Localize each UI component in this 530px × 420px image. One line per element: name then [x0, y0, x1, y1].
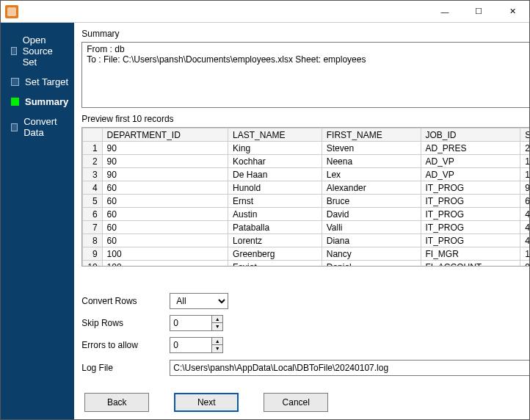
column-header[interactable]: FIRST_NAME [322, 128, 421, 142]
cell[interactable]: 4800 [520, 208, 530, 221]
cell[interactable]: Bruce [322, 195, 421, 208]
table-row[interactable]: 190KingStevenAD_PRES24000SKINGnull [83, 142, 530, 155]
errors-input[interactable] [170, 337, 212, 353]
rownum-cell: 7 [83, 221, 102, 234]
step-indicator-icon [11, 78, 19, 86]
step-convert-data[interactable]: Convert Data [1, 112, 74, 142]
errors-spinner[interactable]: ▲▼ [212, 337, 223, 353]
back-button[interactable]: Back [84, 393, 149, 412]
convert-rows-select[interactable]: All [170, 293, 228, 309]
cell[interactable]: 17000 [520, 168, 530, 181]
next-button[interactable]: Next [174, 393, 239, 412]
cell[interactable]: Pataballa [228, 221, 322, 234]
cell[interactable]: IT_PROG [421, 195, 520, 208]
cell[interactable]: IT_PROG [421, 181, 520, 195]
column-header[interactable]: JOB_ID [421, 128, 520, 142]
cell[interactable]: Nancy [322, 247, 421, 261]
cell[interactable]: 9000 [520, 261, 530, 267]
cell[interactable]: 24000 [520, 142, 530, 155]
cell[interactable]: De Haan [228, 168, 322, 181]
cell[interactable]: Lorentz [228, 234, 322, 247]
cell[interactable]: FI_ACCOUNT [421, 261, 520, 267]
cell[interactable]: David [322, 208, 421, 221]
cell[interactable]: Neena [322, 155, 421, 168]
rownum-cell: 2 [83, 155, 102, 168]
cell[interactable]: 90 [102, 142, 228, 155]
main-panel: Summary From : db To : File: C:\Users\pa… [74, 23, 530, 419]
preview-grid[interactable]: DEPARTMENT_IDLAST_NAMEFIRST_NAMEJOB_IDSA… [81, 127, 530, 267]
summary-label: Summary [81, 29, 530, 39]
step-label: Convert Data [23, 116, 68, 138]
cell[interactable]: Austin [228, 208, 322, 221]
summary-from-line: From : db [87, 44, 530, 54]
maximize-button[interactable]: ☐ [462, 1, 495, 23]
cell[interactable]: 9000 [520, 181, 530, 195]
cell[interactable]: Greenberg [228, 247, 322, 261]
cell[interactable]: Hunold [228, 181, 322, 195]
cell[interactable]: 60 [102, 221, 228, 234]
cell[interactable]: 4200 [520, 234, 530, 247]
logfile-input[interactable] [170, 360, 530, 376]
step-set-target[interactable]: Set Target [1, 72, 74, 92]
cell[interactable]: 90 [102, 168, 228, 181]
cell[interactable]: AD_VP [421, 155, 520, 168]
cell[interactable]: AD_VP [421, 168, 520, 181]
table-row[interactable]: 290KochharNeenaAD_VP17000NKOCHHAR100 [83, 155, 530, 168]
cell[interactable]: Lex [322, 168, 421, 181]
step-indicator-icon [11, 98, 19, 106]
cell[interactable]: 100 [102, 247, 228, 261]
summary-textarea[interactable]: From : db To : File: C:\Users\pansh\Docu… [81, 42, 530, 108]
step-indicator-icon [11, 123, 18, 131]
cell[interactable]: 90 [102, 155, 228, 168]
cell[interactable]: Kochhar [228, 155, 322, 168]
cell[interactable]: AD_PRES [421, 142, 520, 155]
cell[interactable]: Steven [322, 142, 421, 155]
rownum-cell: 6 [83, 208, 102, 221]
minimize-button[interactable]: — [428, 1, 462, 23]
cell[interactable]: Alexander [322, 181, 421, 195]
rownum-header [83, 128, 102, 142]
skip-rows-input[interactable] [170, 315, 212, 331]
cell[interactable]: King [228, 142, 322, 155]
close-button[interactable]: ✕ [495, 1, 529, 23]
cell[interactable]: IT_PROG [421, 234, 520, 247]
step-open-source-set[interactable]: Open Source Set [1, 30, 74, 72]
cell[interactable]: 6000 [520, 195, 530, 208]
table-row[interactable]: 660AustinDavidIT_PROG4800DAUSTIN103 [83, 208, 530, 221]
cell[interactable]: 60 [102, 195, 228, 208]
column-header[interactable]: DEPARTMENT_ID [102, 128, 228, 142]
cell[interactable]: Faviet [228, 261, 322, 267]
cell[interactable]: 17000 [520, 155, 530, 168]
rownum-cell: 9 [83, 247, 102, 261]
table-row[interactable]: 390De HaanLexAD_VP17000LDEHAAN100 [83, 168, 530, 181]
table-row[interactable]: 10100FavietDanielFI_ACCOUNT9000DFAVIET10… [83, 261, 530, 267]
table-row[interactable]: 9100GreenbergNancyFI_MGR12000NGREENBE101 [83, 247, 530, 261]
horizontal-scrollbar[interactable] [81, 272, 530, 286]
table-row[interactable]: 560ErnstBruceIT_PROG6000BERNST103 [83, 195, 530, 208]
table-row[interactable]: 860LorentzDianaIT_PROG4200DLORENTZ103 [83, 234, 530, 247]
cell[interactable]: Valli [322, 221, 421, 234]
column-header[interactable]: LAST_NAME [228, 128, 322, 142]
app-icon [5, 5, 18, 18]
cell[interactable]: IT_PROG [421, 221, 520, 234]
wizard-steps-sidebar: Open Source Set Set Target Summary Conve… [1, 23, 74, 419]
step-summary[interactable]: Summary [1, 92, 74, 112]
table-row[interactable]: 460HunoldAlexanderIT_PROG9000AHUNOLD102 [83, 181, 530, 195]
cell[interactable]: 60 [102, 181, 228, 195]
cell[interactable]: Daniel [322, 261, 421, 267]
skip-rows-spinner[interactable]: ▲▼ [212, 315, 223, 331]
cell[interactable]: IT_PROG [421, 208, 520, 221]
cell[interactable]: Diana [322, 234, 421, 247]
table-row[interactable]: 760PataballaValliIT_PROG4800VPATABAL103 [83, 221, 530, 234]
cell[interactable]: 100 [102, 261, 228, 267]
titlebar: — ☐ ✕ [1, 1, 529, 23]
cell[interactable]: 4800 [520, 221, 530, 234]
column-header[interactable]: SALARY [520, 128, 530, 142]
cell[interactable]: 60 [102, 208, 228, 221]
cell[interactable]: 12000 [520, 247, 530, 261]
cell[interactable]: Ernst [228, 195, 322, 208]
cell[interactable]: FI_MGR [421, 247, 520, 261]
rownum-cell: 4 [83, 181, 102, 195]
cell[interactable]: 60 [102, 234, 228, 247]
cancel-button[interactable]: Cancel [264, 393, 328, 412]
